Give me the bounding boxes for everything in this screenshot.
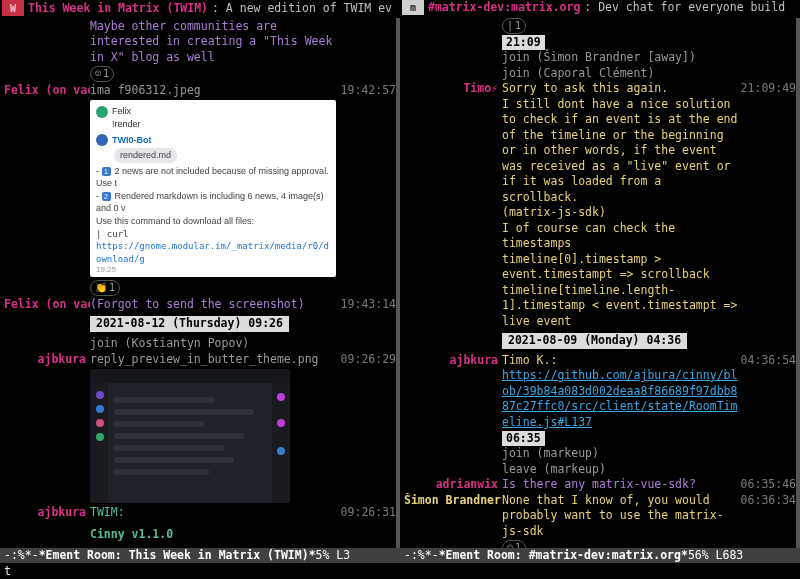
message-body: timeline[0].timestamp > event.timestampt…: [502, 252, 738, 283]
message-body: Maybe other communities are interested i…: [90, 19, 338, 66]
message-heading: Cinny v1.1.0: [90, 527, 338, 543]
join-event: join (markeup): [502, 446, 738, 462]
message-body: timeline[timeline.length-1].timestamp < …: [502, 283, 738, 330]
reaction-badge[interactable]: ☺1: [502, 540, 526, 548]
room-topic-right: : Dev chat for everyone build: [584, 0, 785, 15]
modeline-bar: -:%*- *Ement Room: This Week in Matrix (…: [0, 548, 800, 563]
sender-label: Felix (on vaca: [4, 297, 90, 313]
sender-label: Timo⚡: [404, 81, 502, 97]
timestamp: 06:35:46: [738, 477, 796, 493]
reaction-badge[interactable]: 👏1: [90, 280, 120, 296]
minibuffer[interactable]: t: [0, 563, 800, 579]
join-event: join (Šimon Brandner [away]): [502, 50, 738, 66]
message-body: None that I know of, you would probably …: [502, 493, 738, 540]
scrollbar-right[interactable]: [796, 18, 800, 548]
messages-left[interactable]: Maybe other communities are interested i…: [0, 17, 400, 548]
message-body: Sorry to ask this again.: [502, 81, 738, 97]
timestamp: 19:42:57: [338, 83, 396, 99]
image-thumbnail[interactable]: [90, 369, 290, 503]
reaction-badge[interactable]: |1: [502, 18, 526, 34]
messages-right[interactable]: |1 21:09 join (Šimon Brandner [away]) jo…: [400, 15, 800, 548]
timestamp: 09:26:31: [338, 505, 396, 521]
message-body: (Forgot to send the screenshot): [90, 297, 338, 313]
sender-label: adrianwix: [404, 477, 502, 493]
join-event: join (Kostiantyn Popov): [90, 336, 338, 352]
reaction-badge[interactable]: ☺1: [90, 66, 114, 82]
date-divider: 2021-08-12 (Thursday) 09:26: [90, 316, 289, 332]
timestamp: 21:09:49: [738, 81, 796, 97]
join-event: join (Caporal Clément): [502, 66, 738, 82]
leave-event: leave (markeup): [502, 462, 738, 478]
sender-label: Felix (on vaca: [4, 83, 90, 99]
sender-label: ajbkura: [4, 505, 90, 521]
sender-label: ajbkura: [404, 353, 502, 431]
left-room-header: W This Week in Matrix (TWIM) : A new edi…: [0, 0, 400, 17]
right-room-header: m #matrix-dev:matrix.org : Dev chat for …: [400, 0, 800, 15]
date-divider: 2021-08-09 (Monday) 04:36: [502, 333, 687, 349]
message-body: I still dont have a nice solution to che…: [502, 97, 738, 206]
timestamp: 09:26:29: [338, 352, 396, 368]
link-preview-embed: Felix !render TWI0-Bot rendered.md - 12 …: [90, 100, 336, 277]
modeline-right[interactable]: -:%*- *Ement Room: #matrix-dev:matrix.or…: [400, 548, 800, 563]
message-body: (matrix-js-sdk): [502, 205, 738, 221]
timestamp: 19:43:14: [338, 297, 396, 313]
time-divider: 06:35: [502, 431, 545, 447]
message-body: reply_preview_in_butter_theme.png: [90, 352, 338, 368]
left-pane: W This Week in Matrix (TWIM) : A new edi…: [0, 0, 400, 548]
right-pane: m #matrix-dev:matrix.org : Dev chat for …: [400, 0, 800, 548]
room-avatar-right: m: [402, 0, 424, 15]
timestamp: 04:36:54: [738, 353, 796, 431]
room-name-right[interactable]: #matrix-dev:matrix.org: [428, 0, 580, 15]
message-body: TWIM:: [90, 505, 338, 521]
time-divider: 21:09: [502, 35, 545, 51]
message-body: Is there any matrix-vue-sdk?: [502, 477, 738, 493]
message-body: ima f906312.jpeg: [90, 83, 338, 99]
room-name-left[interactable]: This Week in Matrix (TWIM): [28, 1, 208, 17]
reply-target: Timo K.:: [502, 353, 557, 367]
room-topic-left: : A new edition of TWIM ev: [212, 1, 392, 17]
sender-label: Šimon Brandner: [404, 493, 502, 540]
modeline-left[interactable]: -:%*- *Ement Room: This Week in Matrix (…: [0, 548, 400, 563]
message-link[interactable]: https://github.com/ajbura/cinny/blob/39b…: [502, 368, 737, 429]
sender-label: ajbkura: [4, 352, 90, 368]
room-avatar-left: W: [2, 0, 24, 16]
timestamp: 06:36:34: [738, 493, 796, 540]
message-body: I of course can check the timestamps: [502, 221, 738, 252]
